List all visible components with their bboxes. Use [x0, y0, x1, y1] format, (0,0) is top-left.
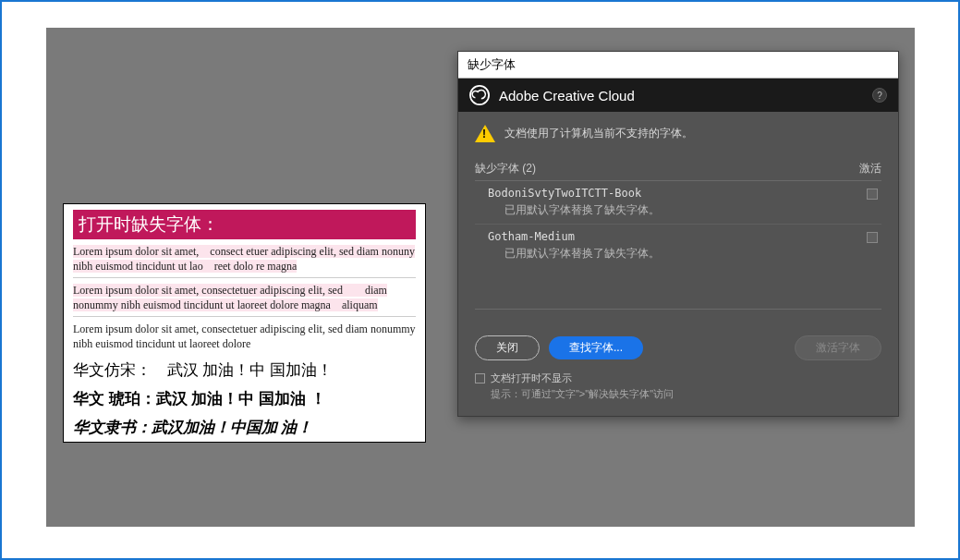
doc-cjk-line-2: 华文 琥珀：武汉 加油！中 国加油 ！	[73, 388, 416, 409]
font-item[interactable]: BodoniSvtyTwoITCTT-Book 已用默认字体替换了缺失字体。	[475, 181, 881, 225]
doc-paragraph-3: Lorem ipsum dolor sit amet, consectetuer…	[73, 323, 416, 351]
font-list-header: 缺少字体 (2) 激活	[475, 161, 881, 177]
close-button[interactable]: 关闭	[475, 335, 540, 360]
help-icon[interactable]: ?	[872, 88, 887, 103]
list-header-activate: 激活	[859, 161, 881, 177]
dialog-footer: 文档打开时不显示 提示：可通过"文字">"解决缺失字体"访问	[475, 371, 881, 401]
doc-heading: 打开时缺失字体：	[73, 210, 416, 239]
doc-cjk-line-3: 华文隶书：武汉加油！中国加 油！	[73, 417, 416, 438]
font-item[interactable]: Gotham-Medium 已用默认字体替换了缺失字体。	[475, 225, 881, 267]
dialog-body: 文档使用了计算机当前不支持的字体。 缺少字体 (2) 激活 BodoniSvty…	[458, 112, 898, 416]
doc-paragraph-1: Lorem ipsum dolor sit amet, consect etue…	[73, 245, 416, 274]
footer-hint: 提示：可通过"文字">"解决缺失字体"访问	[491, 387, 881, 401]
creative-cloud-label: Adobe Creative Cloud	[499, 88, 635, 103]
dialog-titlebar[interactable]: 缺少字体	[458, 52, 898, 79]
font-name: BodoniSvtyTwoITCTT-Book	[488, 187, 867, 200]
font-name: Gotham-Medium	[488, 230, 867, 243]
font-activate-checkbox[interactable]	[867, 232, 878, 243]
divider	[73, 277, 416, 278]
doc-paragraph-2: Lorem ipsum dolor sit amet, consectetuer…	[73, 284, 416, 312]
activate-fonts-button: 激活字体	[795, 335, 881, 360]
warning-icon	[475, 125, 495, 142]
font-activate-checkbox[interactable]	[867, 189, 878, 200]
doc-cjk-line-1: 华文仿宋： 武汉 加油！中 国加油！	[73, 359, 416, 381]
document-preview: 打开时缺失字体： Lorem ipsum dolor sit amet, con…	[63, 203, 426, 443]
dont-show-checkbox[interactable]	[475, 373, 485, 383]
missing-fonts-dialog: 缺少字体 Adobe Creative Cloud ? 文档使用了计算机当前不支…	[457, 51, 899, 417]
find-fonts-button[interactable]: 查找字体...	[549, 336, 643, 359]
font-note: 已用默认字体替换了缺失字体。	[504, 246, 867, 262]
creative-cloud-icon	[469, 85, 490, 105]
font-note: 已用默认字体替换了缺失字体。	[504, 202, 867, 218]
dont-show-label: 文档打开时不显示	[491, 371, 572, 385]
canvas-background: 打开时缺失字体： Lorem ipsum dolor sit amet, con…	[46, 28, 915, 527]
warning-row: 文档使用了计算机当前不支持的字体。	[475, 125, 881, 142]
divider	[73, 316, 416, 317]
warning-text: 文档使用了计算机当前不支持的字体。	[504, 126, 693, 141]
creative-cloud-banner: Adobe Creative Cloud ?	[458, 79, 898, 112]
list-header-label: 缺少字体 (2)	[475, 161, 536, 177]
dialog-button-row: 关闭 查找字体... 激活字体	[475, 335, 881, 360]
missing-fonts-list: BodoniSvtyTwoITCTT-Book 已用默认字体替换了缺失字体。 G…	[475, 180, 881, 310]
